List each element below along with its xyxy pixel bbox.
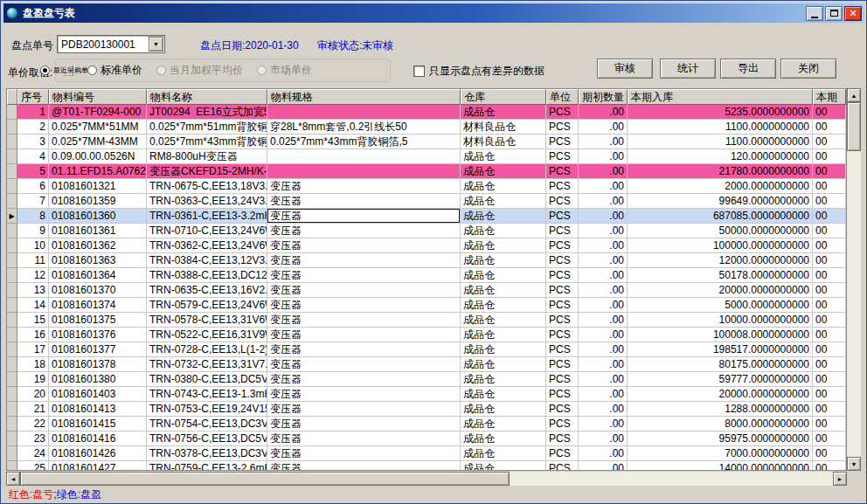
- table-cell[interactable]: 材料良品仓: [461, 135, 546, 149]
- table-cell[interactable]: 120.0000000000: [628, 149, 813, 164]
- table-cell[interactable]: 变压器: [267, 328, 461, 342]
- table-cell[interactable]: 12: [17, 268, 49, 283]
- table-cell[interactable]: 17: [17, 342, 49, 357]
- table-cell[interactable]: 变压器: [267, 387, 461, 402]
- table-cell[interactable]: 01081601362: [49, 238, 147, 253]
- table-cell[interactable]: PCS: [546, 179, 579, 194]
- table-cell[interactable]: .00: [579, 342, 628, 357]
- table-row[interactable]: 30.025*7MM-43MM0.025*7mm*43mm背胶铜箔,0.025*…: [7, 135, 846, 149]
- vertical-scroll-thumb[interactable]: [847, 102, 861, 151]
- table-cell[interactable]: @T01-TF0294-000: [49, 105, 147, 120]
- row-selector[interactable]: [7, 268, 17, 283]
- table-cell[interactable]: TRN-0728-C,EE13,L(1-2)=7: [147, 342, 267, 357]
- doc-no-combobox[interactable]: PDB200130001 ▼: [57, 35, 165, 53]
- table-cell[interactable]: 00: [813, 224, 846, 238]
- table-row[interactable]: 1101081601363TRN-0384-C,EE13,12V3.6W变压器成…: [7, 253, 846, 268]
- table-cell[interactable]: .00: [579, 328, 628, 342]
- table-cell[interactable]: 成品仓: [461, 417, 546, 432]
- table-cell[interactable]: 00: [813, 135, 846, 149]
- table-cell[interactable]: 20000.0000000000: [628, 283, 813, 298]
- table-cell[interactable]: 100008.0000000000: [628, 328, 813, 342]
- table-cell[interactable]: 01081601375: [49, 313, 147, 328]
- table-cell[interactable]: .00: [579, 149, 628, 164]
- table-cell[interactable]: 00: [813, 342, 846, 357]
- table-cell[interactable]: 100000.0000000000: [628, 238, 813, 253]
- table-cell[interactable]: 16: [17, 328, 49, 342]
- column-header[interactable]: 物料名称: [147, 89, 267, 105]
- radio-recent-purchase-price[interactable]: 最近采购单价: [63, 66, 73, 76]
- table-cell[interactable]: 198517.0000000000: [628, 342, 813, 357]
- table-cell[interactable]: 成品仓: [461, 446, 546, 461]
- table-cell[interactable]: PCS: [546, 105, 579, 120]
- table-cell[interactable]: 变压器: [267, 224, 461, 238]
- column-header[interactable]: 仓库: [461, 89, 546, 105]
- table-cell[interactable]: 01081601360: [49, 209, 147, 224]
- row-selector[interactable]: [7, 387, 17, 402]
- table-cell[interactable]: 50178.0000000000: [628, 268, 813, 283]
- table-cell[interactable]: TRN-0363-C,EE13,24V3.6W: [147, 194, 267, 209]
- table-cell[interactable]: .00: [579, 432, 628, 446]
- table-cell[interactable]: 20000.0000000000: [628, 387, 813, 402]
- table-cell[interactable]: .00: [579, 283, 628, 298]
- row-selector[interactable]: [7, 194, 17, 209]
- table-cell[interactable]: 2000.0000000000: [628, 179, 813, 194]
- column-header[interactable]: 本期入库: [628, 89, 813, 105]
- table-cell[interactable]: 0.025*7mm*51mm背胶铜箔,: [147, 120, 267, 135]
- combo-dropdown-button[interactable]: ▼: [149, 37, 163, 52]
- table-cell[interactable]: PCS: [546, 446, 579, 461]
- table-cell[interactable]: PCS: [546, 432, 579, 446]
- table-cell[interactable]: 变压器: [267, 342, 461, 357]
- table-cell[interactable]: 变压器: [267, 194, 461, 209]
- table-cell[interactable]: 1: [17, 105, 49, 120]
- table-cell[interactable]: .00: [579, 224, 628, 238]
- row-selector[interactable]: [7, 179, 17, 194]
- table-cell[interactable]: .00: [579, 238, 628, 253]
- table-cell[interactable]: 变压器: [267, 402, 461, 417]
- table-row[interactable]: 2101081601413TRN-0753-C,EE19,24V15W变压器成品…: [7, 402, 846, 417]
- table-cell[interactable]: 成品仓: [461, 283, 546, 298]
- table-row[interactable]: 2401081601426TRN-0378-C,EE13,DC3V2.4W变压器…: [7, 446, 846, 461]
- row-selector[interactable]: ▶: [7, 209, 17, 224]
- row-selector[interactable]: [7, 224, 17, 238]
- table-row[interactable]: 1301081601370TRN-0635-C,EE13,16V2.4W变压器成…: [7, 283, 846, 298]
- table-cell[interactable]: TRN-0388-C,EE13,DC12V6W: [147, 268, 267, 283]
- table-cell[interactable]: [267, 105, 461, 120]
- table-cell[interactable]: TRN-0753-C,EE19,24V15W: [147, 402, 267, 417]
- table-cell[interactable]: 变压器: [267, 253, 461, 268]
- column-header[interactable]: 物料规格: [267, 89, 461, 105]
- table-cell[interactable]: 成品仓: [461, 328, 546, 342]
- table-cell[interactable]: 变压器: [267, 298, 461, 313]
- diff-only-checkbox[interactable]: 只显示盘点有差异的数据: [413, 64, 544, 79]
- table-cell[interactable]: .00: [579, 105, 628, 120]
- table-row[interactable]: 1601081601376TRN-0522-C,EE16,31V9W变压器成品仓…: [7, 328, 846, 342]
- table-cell[interactable]: TRN-0743-C,EE13-1.3mH±: [147, 387, 267, 402]
- table-cell[interactable]: 01081601374: [49, 298, 147, 313]
- table-cell[interactable]: 3: [17, 135, 49, 149]
- table-cell[interactable]: 00: [813, 402, 846, 417]
- table-cell[interactable]: .00: [579, 313, 628, 328]
- minimize-button[interactable]: [806, 6, 823, 21]
- table-cell[interactable]: PCS: [546, 402, 579, 417]
- table-cell[interactable]: 1288.0000000000: [628, 402, 813, 417]
- table-cell[interactable]: 成品仓: [461, 372, 546, 387]
- table-cell[interactable]: .00: [579, 387, 628, 402]
- table-cell[interactable]: PCS: [546, 298, 579, 313]
- table-cell[interactable]: PCS: [546, 149, 579, 164]
- table-cell[interactable]: 00: [813, 298, 846, 313]
- table-cell[interactable]: TRN-0522-C,EE16,31V9W: [147, 328, 267, 342]
- vertical-scroll-track[interactable]: [847, 102, 861, 457]
- table-cell[interactable]: .00: [579, 446, 628, 461]
- table-cell[interactable]: TRN-0579-C,EE13,24V6W: [147, 298, 267, 313]
- table-cell[interactable]: PCS: [546, 417, 579, 432]
- table-cell[interactable]: TRN-0578-C,EE13,31V6W: [147, 313, 267, 328]
- table-cell[interactable]: .00: [579, 461, 628, 471]
- table-cell[interactable]: 01081601361: [49, 224, 147, 238]
- table-row[interactable]: 1701081601377TRN-0728-C,EE13,L(1-2)=7变压器…: [7, 342, 846, 357]
- table-cell[interactable]: 2: [17, 120, 49, 135]
- table-cell[interactable]: 00: [813, 105, 846, 120]
- table-cell[interactable]: 变压器: [267, 313, 461, 328]
- table-cell[interactable]: 成品仓: [461, 432, 546, 446]
- table-row[interactable]: 601081601321TRN-0675-C,EE13,18V3.6变压器成品仓…: [7, 179, 846, 194]
- row-selector[interactable]: [7, 298, 17, 313]
- table-row[interactable]: 1@T01-TF0294-000JT00294 EE16立式加宽5+2成品仓PC…: [7, 105, 846, 120]
